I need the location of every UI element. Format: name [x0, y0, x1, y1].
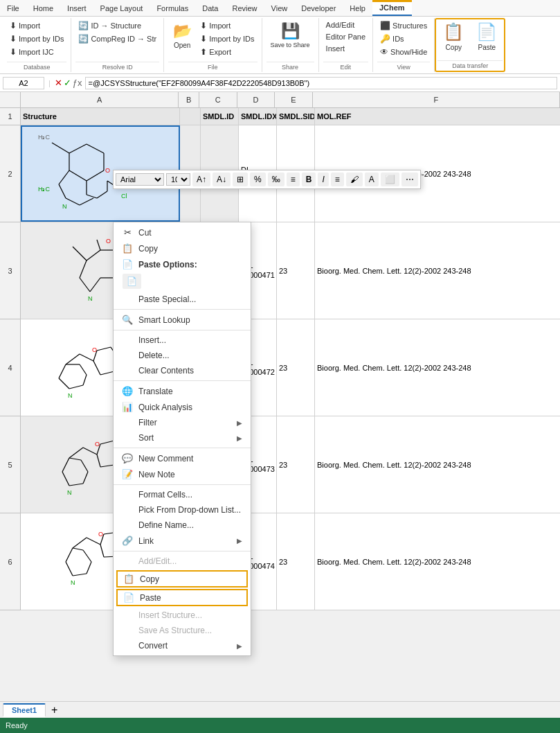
- molref-cell-5[interactable]: Bioorg. Med. Chem. Lett. 12(2)-2002 243-…: [315, 416, 560, 513]
- align-center-button[interactable]: ≡: [331, 173, 344, 186]
- ctx-copy[interactable]: 📋 Copy: [114, 240, 251, 256]
- header-id[interactable]: [180, 108, 201, 125]
- add-sheet-button[interactable]: +: [47, 704, 62, 716]
- row-header-1[interactable]: 1: [0, 108, 21, 125]
- confirm-formula-icon[interactable]: ✓: [64, 78, 71, 88]
- show-hide-button[interactable]: 👁 Show/Hide: [377, 46, 430, 58]
- ctx-jchem-copy[interactable]: 📋 Copy: [116, 570, 248, 588]
- ctx-link[interactable]: 🔗 Link ▶: [114, 533, 251, 549]
- insert-button[interactable]: Insert: [323, 43, 348, 54]
- header-smdlidx[interactable]: SMDL.IDX: [239, 108, 277, 125]
- ctx-paste-special[interactable]: Paste Special...: [114, 292, 251, 307]
- tab-view[interactable]: View: [264, 0, 295, 16]
- percent-button[interactable]: %: [250, 173, 266, 186]
- ctx-define-name[interactable]: Define Name...: [114, 518, 251, 533]
- import-by-ids-button[interactable]: ⬇ Import by IDs: [7, 33, 66, 45]
- table-row: O N: [21, 513, 560, 610]
- decrease-font-button[interactable]: A↓: [213, 173, 231, 186]
- paste-option-1[interactable]: 📄: [123, 274, 141, 289]
- ctx-smart-lookup[interactable]: 🔍 Smart Lookup: [114, 312, 251, 328]
- font-size-selector[interactable]: 10: [166, 173, 190, 186]
- header-structure[interactable]: Structure: [21, 108, 180, 125]
- file-import-ids-button[interactable]: ⬇ Import by IDs: [197, 33, 257, 45]
- ids-button[interactable]: 🔑 IDs: [377, 33, 407, 45]
- row-header-2[interactable]: 2: [0, 125, 21, 222]
- ctx-pick-dropdown[interactable]: Pick From Drop-down List...: [114, 502, 251, 518]
- col-header-d[interactable]: D: [237, 92, 276, 107]
- tab-page-layout[interactable]: Page Layout: [93, 0, 150, 16]
- smdlsid-cell-4[interactable]: 23: [277, 319, 315, 416]
- col-header-f[interactable]: F: [313, 92, 560, 107]
- ctx-insert[interactable]: Insert...: [114, 333, 251, 348]
- tab-insert[interactable]: Insert: [60, 0, 93, 16]
- align-button[interactable]: ≡: [287, 173, 300, 186]
- ctx-jchem-paste[interactable]: 📄 Paste: [116, 589, 248, 606]
- smdlsid-cell-6[interactable]: 23: [277, 513, 315, 610]
- ctx-clear-contents[interactable]: Clear Contents: [114, 363, 251, 378]
- ctx-quick-analysis[interactable]: 📊 Quick Analysis: [114, 399, 251, 415]
- highlight-button[interactable]: 🖌: [346, 173, 363, 186]
- save-to-share-button[interactable]: 💾 Save to Share: [267, 19, 314, 52]
- increase-font-button[interactable]: A↑: [192, 173, 210, 186]
- italic-button[interactable]: I: [318, 173, 328, 186]
- col-header-a[interactable]: A: [21, 92, 179, 107]
- ctx-sort[interactable]: Sort ▶: [114, 430, 251, 445]
- row-header-4[interactable]: 4: [0, 319, 21, 416]
- molref-cell-6[interactable]: Bioorg. Med. Chem. Lett. 12(2)-2002 243-…: [315, 513, 560, 610]
- font-selector[interactable]: Arial: [116, 173, 164, 186]
- ctx-translate[interactable]: 🌐 Translate: [114, 383, 251, 399]
- ctx-new-note[interactable]: 📝 New Note: [114, 466, 251, 482]
- border-button[interactable]: ⬜: [381, 173, 399, 186]
- tab-developer[interactable]: Developer: [294, 0, 343, 16]
- compreg-button[interactable]: 🔄 CompReg ID → Str: [75, 33, 159, 45]
- ctx-new-comment[interactable]: 💬 New Comment: [114, 450, 251, 466]
- bold-button[interactable]: B: [302, 173, 316, 186]
- row-header-5[interactable]: 5: [0, 416, 21, 513]
- paste-data-transfer-button[interactable]: 📄 Paste: [471, 21, 503, 53]
- ctx-cut[interactable]: ✂ Cut: [114, 224, 251, 240]
- formula-input[interactable]: [85, 77, 557, 89]
- cell-reference-box[interactable]: [3, 77, 44, 89]
- cancel-formula-icon[interactable]: ✕: [55, 78, 62, 88]
- sheet-tab-1[interactable]: Sheet1: [3, 703, 46, 717]
- editor-pane-button[interactable]: Editor Pane: [323, 31, 368, 42]
- ctx-format-cells[interactable]: Format Cells...: [114, 487, 251, 502]
- molref-cell-3[interactable]: Bioorg. Med. Chem. Lett. 12(2)-2002 243-…: [315, 222, 560, 319]
- header-smdlsid[interactable]: SMDL.SID: [277, 108, 315, 125]
- tab-formulas[interactable]: Formulas: [150, 0, 195, 16]
- header-molref[interactable]: MOL.REF: [315, 108, 560, 125]
- ctx-convert[interactable]: Convert ▶: [114, 638, 251, 653]
- smdlsid-cell-3[interactable]: 23: [277, 222, 315, 319]
- header-smdlid[interactable]: SMDL.ID: [201, 108, 239, 125]
- tab-review[interactable]: Review: [225, 0, 264, 16]
- smdlsid-cell-5[interactable]: 23: [277, 416, 315, 513]
- copy-data-transfer-button[interactable]: 📋 Copy: [437, 21, 469, 53]
- open-button[interactable]: 📂 Open: [168, 19, 196, 53]
- file-import-button[interactable]: ⬇ Import: [197, 19, 257, 32]
- tab-jchem[interactable]: JChem: [372, 0, 412, 16]
- tab-help[interactable]: Help: [343, 0, 372, 16]
- col-header-e[interactable]: E: [275, 92, 313, 107]
- ctx-delete[interactable]: Delete...: [114, 348, 251, 363]
- row-header-3[interactable]: 3: [0, 222, 21, 319]
- molref-cell-4[interactable]: Bioorg. Med. Chem. Lett. 12(2)-2002 243-…: [315, 319, 560, 416]
- export-button[interactable]: ⬆ Export: [197, 46, 257, 58]
- import-ijc-button[interactable]: ⬇ Import IJC: [7, 46, 57, 58]
- more-button[interactable]: ⋯: [401, 173, 418, 186]
- add-edit-button[interactable]: Add/Edit: [323, 19, 358, 30]
- format-icon-button[interactable]: ⊞: [233, 173, 248, 186]
- comma-button[interactable]: ‰: [268, 173, 284, 186]
- col-header-b[interactable]: B: [179, 92, 199, 107]
- row-header-6[interactable]: 6: [0, 513, 21, 610]
- col-header-c[interactable]: C: [199, 92, 237, 107]
- tab-file[interactable]: File: [0, 0, 26, 16]
- import-button[interactable]: ⬇ Import: [7, 19, 43, 32]
- structures-button[interactable]: ⬛ Structures: [377, 19, 430, 32]
- select-all-corner[interactable]: [0, 92, 21, 107]
- function-icon[interactable]: ƒx: [73, 78, 82, 88]
- tab-data[interactable]: Data: [195, 0, 225, 16]
- tab-home[interactable]: Home: [26, 0, 60, 16]
- font-color-button[interactable]: A: [365, 173, 379, 186]
- id-to-structure-button[interactable]: 🔄 ID → Structure: [75, 19, 144, 32]
- ctx-filter[interactable]: Filter ▶: [114, 415, 251, 430]
